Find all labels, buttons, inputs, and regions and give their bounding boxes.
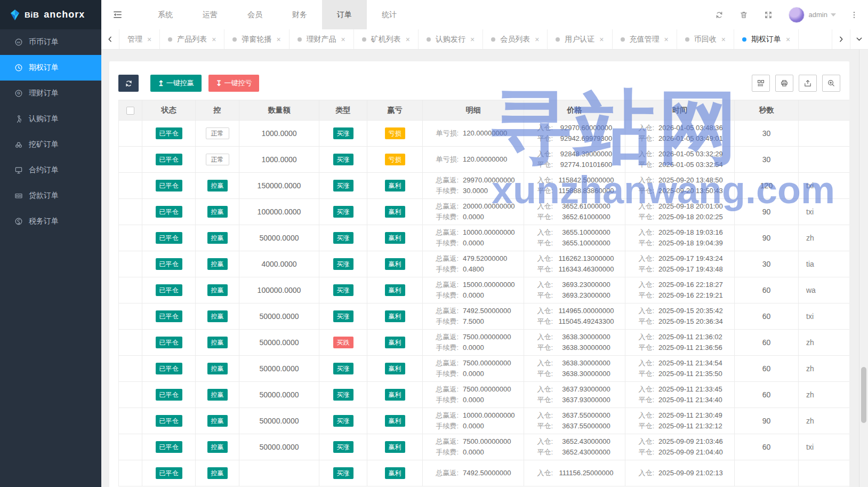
field-value: 2025-09-16 22:19:21	[658, 290, 723, 301]
tab-close-icon[interactable]: ×	[664, 35, 669, 44]
status-badge: 已平仓	[156, 337, 182, 348]
control-button[interactable]: 控赢	[207, 467, 228, 479]
search-button[interactable]	[822, 75, 840, 92]
control-button[interactable]: 控赢	[207, 389, 228, 401]
control-cell: 控赢	[196, 173, 239, 199]
user-name[interactable]: admin	[809, 11, 827, 19]
export-button[interactable]	[799, 75, 817, 92]
field-value: 7492.50000000	[463, 468, 511, 478]
tab[interactable]: 币回收×	[677, 29, 734, 49]
nav-item[interactable]: 统计	[367, 0, 412, 29]
tab[interactable]: 矿机列表×	[354, 29, 419, 49]
member-cell: zh	[799, 382, 850, 408]
control-button[interactable]: 控赢	[207, 441, 228, 453]
tab[interactable]: 充值管理×	[613, 29, 677, 49]
force-win-button[interactable]: ↥ 一键控赢	[150, 75, 202, 92]
sidebar-item[interactable]: G理财订单	[0, 81, 101, 106]
control-button[interactable]: 控赢	[207, 310, 228, 322]
sidebar-item[interactable]: 期权订单	[0, 55, 101, 81]
control-button[interactable]: 控赢	[207, 337, 228, 348]
time-cell: 入仓:2025-09-15 20:35:42平仓:2025-09-15 20:3…	[625, 304, 735, 330]
control-button[interactable]: 控赢	[207, 232, 228, 244]
sidebar-item[interactable]: 贷款订单	[0, 183, 101, 209]
control-button[interactable]: 控赢	[207, 180, 228, 191]
collapse-menu-icon[interactable]	[101, 10, 133, 20]
nav-item[interactable]: 会员	[232, 0, 277, 29]
tab-close-icon[interactable]: ×	[276, 35, 280, 44]
member-cell: zh	[799, 330, 850, 356]
field-label: 平仓:	[531, 290, 553, 301]
table-row: 已平仓控赢50000.0000买涨赢利总赢返:10000.00000000手续费…	[119, 408, 850, 434]
sidebar-item[interactable]: 认购订单	[0, 106, 101, 132]
column-header: 数量额	[239, 100, 319, 121]
control-button[interactable]: 正常	[206, 127, 229, 139]
tab[interactable]: 认购发行×	[419, 29, 483, 49]
more-vertical-icon[interactable]	[850, 11, 858, 19]
status-badge: 已平仓	[156, 180, 182, 191]
row-select-cell	[119, 277, 142, 304]
table-row: 已平仓控赢100000.0000买涨赢利总赢返:20000.00000000手续…	[119, 199, 850, 225]
seconds-cell: 60	[735, 277, 799, 304]
select-all-cell	[119, 100, 142, 121]
tab-close-icon[interactable]: ×	[535, 35, 539, 44]
tab[interactable]: 用户认证×	[548, 29, 612, 49]
control-cell: 控赢	[196, 408, 239, 434]
scrollbar-thumb[interactable]	[861, 367, 866, 423]
tabs-scroll-left-icon[interactable]	[101, 29, 119, 49]
tab[interactable]: 弹窗轮播×	[224, 29, 289, 49]
field-label: 入仓:	[632, 123, 654, 133]
nav-item[interactable]: 订单	[322, 0, 367, 29]
tab[interactable]: 产品列表×	[160, 29, 224, 49]
sidebar-item[interactable]: 挖矿订单	[0, 132, 101, 157]
control-button[interactable]: 控赢	[207, 415, 228, 427]
control-button[interactable]: 控赢	[207, 206, 228, 218]
refresh-table-button[interactable]	[118, 75, 139, 92]
force-lose-button[interactable]: ↧ 一键控亏	[208, 75, 260, 92]
tab[interactable]: 期权订单×	[734, 29, 799, 49]
tab-close-icon[interactable]: ×	[341, 35, 345, 44]
time-cell: 入仓:2025-09-11 21:34:54平仓:2025-09-11 21:3…	[625, 356, 735, 382]
field-value: 0.4800	[463, 264, 484, 275]
nav-item[interactable]: 运营	[188, 0, 232, 29]
control-button[interactable]: 正常	[206, 154, 229, 165]
tab-close-icon[interactable]: ×	[470, 35, 475, 44]
control-button[interactable]: 控赢	[207, 284, 228, 296]
tab-dot-icon	[168, 37, 172, 42]
printer-button[interactable]	[775, 75, 793, 92]
sidebar-item[interactable]: cc币币订单	[0, 29, 101, 55]
tabs-menu-icon[interactable]	[850, 29, 868, 49]
nav-item[interactable]: 系统	[143, 0, 188, 29]
tab[interactable]: 理财产品×	[290, 29, 354, 49]
time-cell: 入仓:2025-09-11 21:33:45平仓:2025-09-11 21:3…	[625, 382, 735, 408]
select-all-checkbox[interactable]	[126, 107, 134, 115]
vertical-scrollbar[interactable]	[859, 50, 868, 487]
status-badge: 已平仓	[156, 441, 182, 453]
tab[interactable]: 会员列表×	[483, 29, 548, 49]
sidebar-item[interactable]: 税务订单	[0, 209, 101, 234]
price-cell: 入仓:92848.39000000平仓:92774.10101600	[524, 147, 625, 173]
field-label: 平仓:	[531, 395, 553, 405]
tab-close-icon[interactable]: ×	[212, 35, 216, 44]
fullscreen-icon[interactable]	[764, 11, 773, 19]
field-value: 0.0000	[463, 369, 484, 379]
tabs-scroll-right-icon[interactable]	[832, 29, 850, 49]
seconds-cell: 120	[735, 173, 799, 199]
tab-close-icon[interactable]: ×	[406, 35, 410, 44]
trash-icon[interactable]	[740, 11, 748, 19]
type-cell: 买涨	[319, 304, 367, 330]
control-button[interactable]: 控赢	[207, 363, 228, 374]
refresh-icon[interactable]	[715, 11, 724, 19]
nav-item[interactable]: 财务	[277, 0, 322, 29]
tab[interactable]: 管理×	[119, 29, 160, 49]
control-button[interactable]: 控赢	[207, 258, 228, 270]
status-cell: 已平仓	[142, 173, 196, 199]
columns-button[interactable]	[752, 75, 770, 92]
sidebar-item[interactable]: 合约订单	[0, 157, 101, 183]
avatar[interactable]	[789, 7, 805, 23]
tab-close-icon[interactable]: ×	[147, 35, 151, 44]
field-value: 3652.43000000	[557, 436, 625, 447]
tab-close-icon[interactable]: ×	[599, 35, 604, 44]
tab-close-icon[interactable]: ×	[721, 35, 726, 44]
column-header: 秒数	[735, 100, 799, 121]
tab-close-icon[interactable]: ×	[786, 35, 790, 44]
